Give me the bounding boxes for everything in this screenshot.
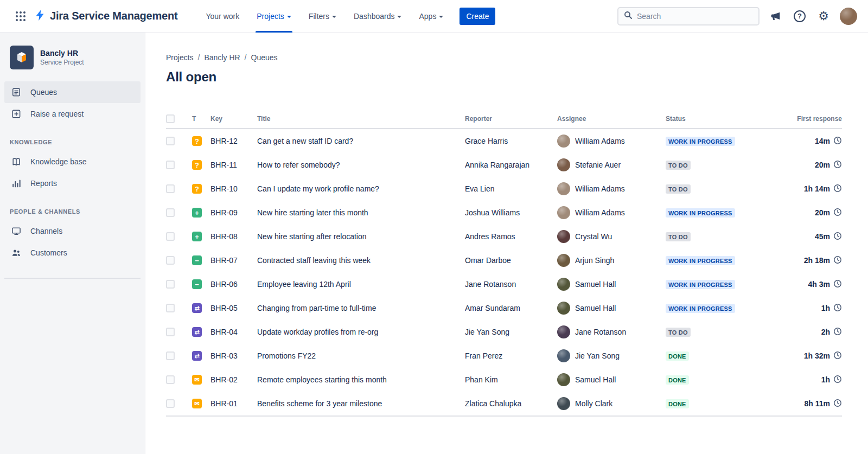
col-header-type[interactable]: T — [192, 115, 210, 123]
issue-title[interactable]: Promotions FY22 — [257, 351, 465, 360]
app-switcher-icon[interactable] — [12, 8, 29, 25]
issue-key[interactable]: BHR-08 — [210, 232, 257, 241]
nav-your-work[interactable]: Your work — [197, 0, 248, 33]
col-header-key[interactable]: Key — [210, 115, 257, 123]
reporter-name: Jane Rotanson — [465, 280, 557, 289]
table-row[interactable]: ? BHR-11 How to refer somebody? Annika R… — [166, 153, 842, 177]
assignee-avatar — [557, 182, 570, 195]
col-header-status[interactable]: Status — [666, 115, 777, 123]
row-checkbox[interactable] — [166, 328, 175, 336]
row-checkbox[interactable] — [166, 208, 175, 217]
chevron-down-icon — [439, 16, 443, 18]
row-checkbox[interactable] — [166, 304, 175, 312]
col-header-title[interactable]: Title — [257, 115, 465, 123]
first-response-time: 1h — [821, 304, 830, 312]
table-row[interactable]: ✉ BHR-01 Benefits scheme for 3 year mile… — [166, 392, 842, 415]
row-checkbox[interactable] — [166, 375, 175, 384]
global-search[interactable] — [617, 7, 760, 25]
issue-key[interactable]: BHR-03 — [210, 351, 257, 360]
nav-filters[interactable]: Filters — [300, 0, 345, 33]
nav-dashboards[interactable]: Dashboards — [345, 0, 411, 33]
row-checkbox[interactable] — [166, 351, 175, 360]
people-icon — [10, 247, 23, 258]
chevron-down-icon — [332, 16, 336, 18]
breadcrumb-projects[interactable]: Projects — [166, 53, 194, 62]
table-row[interactable]: ⇄ BHR-05 Changing from part-time to full… — [166, 296, 842, 320]
assignee-name: Stefanie Auer — [575, 161, 621, 169]
issue-key[interactable]: BHR-04 — [210, 328, 257, 336]
search-input[interactable] — [637, 12, 753, 21]
issue-title[interactable]: Can I update my work profile name? — [257, 184, 465, 193]
megaphone-icon[interactable] — [768, 9, 783, 24]
issue-title[interactable]: Can get a new staff ID card? — [257, 137, 465, 145]
issue-title[interactable]: Remote employees starting this month — [257, 375, 465, 384]
issue-key[interactable]: BHR-11 — [210, 161, 257, 169]
assignee-avatar — [557, 254, 570, 267]
new-hire-type-icon: + — [192, 232, 202, 241]
reporter-name: Joshua Williams — [465, 208, 557, 217]
table-row[interactable]: ✉ BHR-02 Remote employees starting this … — [166, 368, 842, 392]
settings-gear-icon[interactable]: ⚙ — [816, 9, 831, 24]
project-header: Bancly HR Service Project — [0, 46, 145, 81]
sidebar-item-channels[interactable]: Channels — [4, 220, 141, 242]
assignee-name: Arjun Singh — [575, 256, 614, 265]
sidebar-item-reports[interactable]: Reports — [4, 172, 141, 194]
first-response-time: 45m — [815, 232, 830, 241]
nav-apps[interactable]: Apps — [410, 0, 452, 33]
issue-title[interactable]: Contracted staff leaving this week — [257, 256, 465, 265]
sidebar-item-knowledge-base[interactable]: Knowledge base — [4, 151, 141, 172]
issue-key[interactable]: BHR-09 — [210, 208, 257, 217]
question-type-icon: ? — [192, 184, 202, 194]
assignee-avatar — [557, 325, 570, 338]
row-checkbox[interactable] — [166, 184, 175, 193]
issue-key[interactable]: BHR-01 — [210, 399, 257, 408]
issue-key[interactable]: BHR-06 — [210, 280, 257, 289]
table-row[interactable]: ⇄ BHR-03 Promotions FY22 Fran Perez Jie … — [166, 344, 842, 368]
row-checkbox[interactable] — [166, 256, 175, 265]
row-checkbox[interactable] — [166, 161, 175, 169]
issue-key[interactable]: BHR-12 — [210, 137, 257, 145]
table-row[interactable]: ⇄ BHR-04 Update workday profiles from re… — [166, 320, 842, 344]
reporter-name: Annika Rangarajan — [465, 161, 557, 169]
sidebar-item-raise-request[interactable]: Raise a request — [4, 103, 141, 125]
help-icon[interactable]: ? — [792, 9, 807, 24]
issue-key[interactable]: BHR-05 — [210, 304, 257, 312]
issue-title[interactable]: Update workday profiles from re-org — [257, 328, 465, 336]
row-checkbox[interactable] — [166, 232, 175, 241]
breadcrumb-queues[interactable]: Queues — [251, 53, 278, 62]
nav-label: Your work — [206, 12, 240, 21]
status-badge: DONE — [666, 375, 689, 385]
create-button[interactable]: Create — [459, 8, 495, 25]
col-header-first-response[interactable]: First response — [777, 115, 842, 123]
nav-projects[interactable]: Projects — [248, 0, 300, 33]
table-row[interactable]: − BHR-07 Contracted staff leaving this w… — [166, 248, 842, 272]
issue-title[interactable]: New hire starting later this month — [257, 208, 465, 217]
table-row[interactable]: + BHR-09 New hire starting later this mo… — [166, 201, 842, 225]
sidebar-item-customers[interactable]: Customers — [4, 242, 141, 264]
issue-key[interactable]: BHR-10 — [210, 184, 257, 193]
table-row[interactable]: ? BHR-12 Can get a new staff ID card? Gr… — [166, 129, 842, 153]
issue-title[interactable]: Changing from part-time to full-time — [257, 304, 465, 312]
breadcrumb-project-name[interactable]: Bancly HR — [204, 53, 240, 62]
col-header-reporter[interactable]: Reporter — [465, 115, 557, 123]
row-checkbox[interactable] — [166, 399, 175, 408]
issue-title[interactable]: Benefits scheme for 3 year milestone — [257, 399, 465, 408]
jira-brand[interactable]: Jira Service Management — [34, 9, 178, 23]
table-row[interactable]: ? BHR-10 Can I update my work profile na… — [166, 177, 842, 201]
reporter-name: Eva Lien — [465, 184, 557, 193]
issue-title[interactable]: How to refer somebody? — [257, 161, 465, 169]
row-checkbox[interactable] — [166, 137, 175, 145]
issue-title[interactable]: New hire starting after relocation — [257, 232, 465, 241]
issue-key[interactable]: BHR-02 — [210, 375, 257, 384]
nav-label: Dashboards — [354, 12, 395, 21]
col-header-assignee[interactable]: Assignee — [557, 115, 666, 123]
table-row[interactable]: − BHR-06 Employee leaving 12th April Jan… — [166, 272, 842, 296]
select-all-checkbox[interactable] — [166, 114, 175, 123]
issue-title[interactable]: Employee leaving 12th April — [257, 280, 465, 289]
user-avatar[interactable] — [840, 8, 857, 25]
row-checkbox[interactable] — [166, 280, 175, 289]
issue-key[interactable]: BHR-07 — [210, 256, 257, 265]
assignee-avatar — [557, 302, 570, 315]
sidebar-item-queues[interactable]: Queues — [4, 81, 141, 103]
table-row[interactable]: + BHR-08 New hire starting after relocat… — [166, 225, 842, 248]
